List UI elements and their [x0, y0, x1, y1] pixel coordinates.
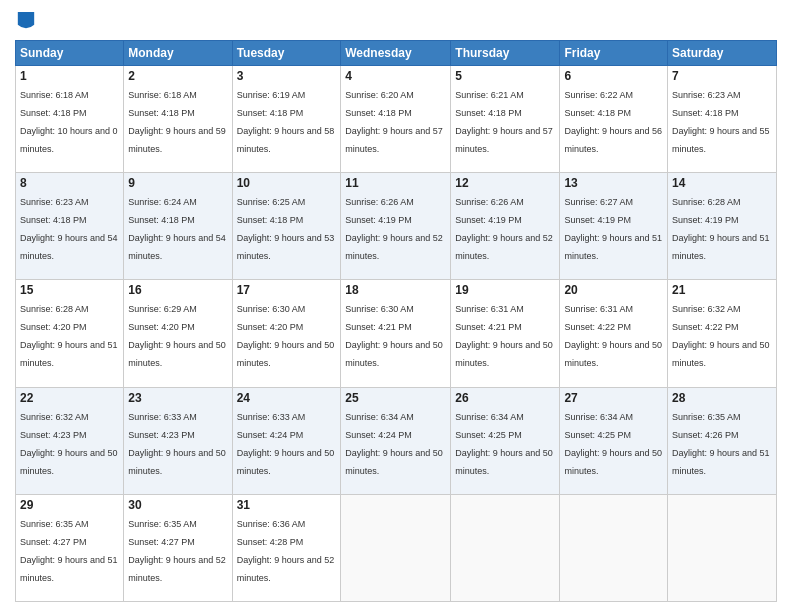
calendar-cell: 28Sunrise: 6:35 AMSunset: 4:26 PMDayligh… [668, 387, 777, 494]
calendar-table: SundayMondayTuesdayWednesdayThursdayFrid… [15, 40, 777, 602]
calendar-cell: 19Sunrise: 6:31 AMSunset: 4:21 PMDayligh… [451, 280, 560, 387]
day-number: 20 [564, 283, 663, 297]
day-number: 29 [20, 498, 119, 512]
day-number: 27 [564, 391, 663, 405]
calendar-week-row: 1Sunrise: 6:18 AMSunset: 4:18 PMDaylight… [16, 66, 777, 173]
day-info: Sunrise: 6:28 AMSunset: 4:19 PMDaylight:… [672, 197, 770, 261]
day-info: Sunrise: 6:23 AMSunset: 4:18 PMDaylight:… [672, 90, 770, 154]
day-number: 30 [128, 498, 227, 512]
day-info: Sunrise: 6:30 AMSunset: 4:20 PMDaylight:… [237, 304, 335, 368]
logo [15, 14, 35, 32]
calendar-cell [341, 494, 451, 601]
calendar-cell: 15Sunrise: 6:28 AMSunset: 4:20 PMDayligh… [16, 280, 124, 387]
page: SundayMondayTuesdayWednesdayThursdayFrid… [0, 0, 792, 612]
day-info: Sunrise: 6:25 AMSunset: 4:18 PMDaylight:… [237, 197, 335, 261]
calendar-cell: 11Sunrise: 6:26 AMSunset: 4:19 PMDayligh… [341, 173, 451, 280]
calendar-cell: 23Sunrise: 6:33 AMSunset: 4:23 PMDayligh… [124, 387, 232, 494]
day-info: Sunrise: 6:22 AMSunset: 4:18 PMDaylight:… [564, 90, 662, 154]
calendar-cell: 6Sunrise: 6:22 AMSunset: 4:18 PMDaylight… [560, 66, 668, 173]
calendar-week-row: 15Sunrise: 6:28 AMSunset: 4:20 PMDayligh… [16, 280, 777, 387]
calendar-header-row: SundayMondayTuesdayWednesdayThursdayFrid… [16, 41, 777, 66]
day-info: Sunrise: 6:34 AMSunset: 4:25 PMDaylight:… [564, 412, 662, 476]
calendar-cell [668, 494, 777, 601]
day-number: 7 [672, 69, 772, 83]
day-number: 1 [20, 69, 119, 83]
day-info: Sunrise: 6:31 AMSunset: 4:22 PMDaylight:… [564, 304, 662, 368]
calendar-weekday-monday: Monday [124, 41, 232, 66]
day-info: Sunrise: 6:32 AMSunset: 4:22 PMDaylight:… [672, 304, 770, 368]
day-info: Sunrise: 6:30 AMSunset: 4:21 PMDaylight:… [345, 304, 443, 368]
calendar-cell: 16Sunrise: 6:29 AMSunset: 4:20 PMDayligh… [124, 280, 232, 387]
calendar-cell: 26Sunrise: 6:34 AMSunset: 4:25 PMDayligh… [451, 387, 560, 494]
calendar-cell: 5Sunrise: 6:21 AMSunset: 4:18 PMDaylight… [451, 66, 560, 173]
calendar-cell [451, 494, 560, 601]
day-info: Sunrise: 6:23 AMSunset: 4:18 PMDaylight:… [20, 197, 118, 261]
calendar-weekday-tuesday: Tuesday [232, 41, 341, 66]
day-number: 8 [20, 176, 119, 190]
day-info: Sunrise: 6:27 AMSunset: 4:19 PMDaylight:… [564, 197, 662, 261]
day-number: 17 [237, 283, 337, 297]
calendar-cell [560, 494, 668, 601]
day-number: 15 [20, 283, 119, 297]
calendar-cell: 12Sunrise: 6:26 AMSunset: 4:19 PMDayligh… [451, 173, 560, 280]
day-info: Sunrise: 6:34 AMSunset: 4:25 PMDaylight:… [455, 412, 553, 476]
day-info: Sunrise: 6:28 AMSunset: 4:20 PMDaylight:… [20, 304, 118, 368]
day-info: Sunrise: 6:35 AMSunset: 4:27 PMDaylight:… [128, 519, 226, 583]
day-info: Sunrise: 6:34 AMSunset: 4:24 PMDaylight:… [345, 412, 443, 476]
header [15, 10, 777, 32]
calendar-cell: 4Sunrise: 6:20 AMSunset: 4:18 PMDaylight… [341, 66, 451, 173]
calendar-week-row: 8Sunrise: 6:23 AMSunset: 4:18 PMDaylight… [16, 173, 777, 280]
calendar-cell: 9Sunrise: 6:24 AMSunset: 4:18 PMDaylight… [124, 173, 232, 280]
calendar-cell: 7Sunrise: 6:23 AMSunset: 4:18 PMDaylight… [668, 66, 777, 173]
day-number: 18 [345, 283, 446, 297]
day-number: 25 [345, 391, 446, 405]
day-number: 22 [20, 391, 119, 405]
calendar-week-row: 29Sunrise: 6:35 AMSunset: 4:27 PMDayligh… [16, 494, 777, 601]
day-info: Sunrise: 6:31 AMSunset: 4:21 PMDaylight:… [455, 304, 553, 368]
day-info: Sunrise: 6:19 AMSunset: 4:18 PMDaylight:… [237, 90, 335, 154]
calendar-cell: 21Sunrise: 6:32 AMSunset: 4:22 PMDayligh… [668, 280, 777, 387]
day-number: 12 [455, 176, 555, 190]
day-info: Sunrise: 6:24 AMSunset: 4:18 PMDaylight:… [128, 197, 226, 261]
day-number: 4 [345, 69, 446, 83]
day-info: Sunrise: 6:29 AMSunset: 4:20 PMDaylight:… [128, 304, 226, 368]
day-number: 16 [128, 283, 227, 297]
calendar-weekday-sunday: Sunday [16, 41, 124, 66]
day-info: Sunrise: 6:32 AMSunset: 4:23 PMDaylight:… [20, 412, 118, 476]
day-number: 14 [672, 176, 772, 190]
calendar-cell: 14Sunrise: 6:28 AMSunset: 4:19 PMDayligh… [668, 173, 777, 280]
day-info: Sunrise: 6:20 AMSunset: 4:18 PMDaylight:… [345, 90, 443, 154]
calendar-weekday-saturday: Saturday [668, 41, 777, 66]
calendar-cell: 25Sunrise: 6:34 AMSunset: 4:24 PMDayligh… [341, 387, 451, 494]
day-info: Sunrise: 6:18 AMSunset: 4:18 PMDaylight:… [20, 90, 118, 154]
day-info: Sunrise: 6:33 AMSunset: 4:23 PMDaylight:… [128, 412, 226, 476]
day-number: 26 [455, 391, 555, 405]
logo-icon [17, 12, 35, 32]
day-number: 11 [345, 176, 446, 190]
day-number: 13 [564, 176, 663, 190]
day-number: 6 [564, 69, 663, 83]
calendar-cell: 20Sunrise: 6:31 AMSunset: 4:22 PMDayligh… [560, 280, 668, 387]
day-number: 19 [455, 283, 555, 297]
day-info: Sunrise: 6:26 AMSunset: 4:19 PMDaylight:… [345, 197, 443, 261]
day-number: 31 [237, 498, 337, 512]
day-number: 2 [128, 69, 227, 83]
calendar-cell: 29Sunrise: 6:35 AMSunset: 4:27 PMDayligh… [16, 494, 124, 601]
calendar-cell: 3Sunrise: 6:19 AMSunset: 4:18 PMDaylight… [232, 66, 341, 173]
day-info: Sunrise: 6:26 AMSunset: 4:19 PMDaylight:… [455, 197, 553, 261]
calendar-cell: 31Sunrise: 6:36 AMSunset: 4:28 PMDayligh… [232, 494, 341, 601]
day-number: 24 [237, 391, 337, 405]
calendar-cell: 30Sunrise: 6:35 AMSunset: 4:27 PMDayligh… [124, 494, 232, 601]
day-info: Sunrise: 6:35 AMSunset: 4:27 PMDaylight:… [20, 519, 118, 583]
day-number: 28 [672, 391, 772, 405]
calendar-cell: 24Sunrise: 6:33 AMSunset: 4:24 PMDayligh… [232, 387, 341, 494]
day-info: Sunrise: 6:21 AMSunset: 4:18 PMDaylight:… [455, 90, 553, 154]
calendar-cell: 13Sunrise: 6:27 AMSunset: 4:19 PMDayligh… [560, 173, 668, 280]
calendar-cell: 22Sunrise: 6:32 AMSunset: 4:23 PMDayligh… [16, 387, 124, 494]
calendar-cell: 18Sunrise: 6:30 AMSunset: 4:21 PMDayligh… [341, 280, 451, 387]
calendar-weekday-friday: Friday [560, 41, 668, 66]
calendar-weekday-thursday: Thursday [451, 41, 560, 66]
calendar-cell: 17Sunrise: 6:30 AMSunset: 4:20 PMDayligh… [232, 280, 341, 387]
calendar-cell: 10Sunrise: 6:25 AMSunset: 4:18 PMDayligh… [232, 173, 341, 280]
calendar-cell: 1Sunrise: 6:18 AMSunset: 4:18 PMDaylight… [16, 66, 124, 173]
